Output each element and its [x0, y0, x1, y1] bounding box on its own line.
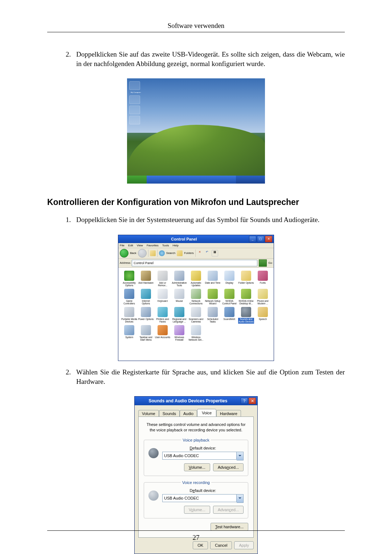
up-icon[interactable]: [150, 250, 156, 256]
cp-item[interactable]: Internet Options: [138, 289, 154, 305]
toolbar: Back Search Folders ✕ ↶ ▦: [118, 248, 274, 259]
test-hardware-button[interactable]: Test hardware...: [211, 523, 248, 531]
cp-item[interactable]: Printers and Faxes: [155, 307, 171, 324]
menu-help[interactable]: Help: [172, 244, 178, 247]
go-button[interactable]: [259, 259, 267, 267]
cp-item[interactable]: Automatic Updates: [188, 271, 204, 287]
cp-item-label: Add Hardware: [138, 282, 154, 287]
cancel-button[interactable]: Cancel: [210, 541, 232, 549]
voice-recording-group: Voice recording Default device: Volume..…: [144, 480, 248, 518]
cp-item-icon: [158, 289, 168, 299]
cp-item-label: Internet Options: [138, 300, 154, 305]
desktop-icon: [129, 106, 140, 114]
close-button[interactable]: ✕: [265, 236, 272, 242]
cp-item-icon: [241, 271, 251, 281]
cp-item[interactable]: NVIDIA nView Desktop M...: [238, 289, 254, 305]
cp-item[interactable]: Phone and Modem ...: [255, 289, 271, 305]
cp-item[interactable]: Game Controllers: [121, 289, 137, 305]
menu-tools[interactable]: Tools: [162, 244, 169, 247]
recording-default-label: Default device:: [162, 488, 244, 493]
menu-favorites[interactable]: Favorites: [147, 244, 159, 247]
folders-label[interactable]: Folders: [184, 251, 194, 255]
delete-icon[interactable]: ✕: [197, 250, 203, 256]
cp-item[interactable]: Taskbar and Start Menu: [138, 325, 154, 342]
tab-audio[interactable]: Audio: [180, 410, 197, 417]
ordered-list-b: Doppelklicken Sie in der Systemsteuerung…: [73, 215, 345, 225]
cp-item-icon: [141, 325, 151, 335]
tab-volume[interactable]: Volume: [138, 410, 159, 417]
system-tray: [236, 176, 265, 184]
cp-item[interactable]: Wireless Network Set...: [188, 325, 204, 342]
cp-item-icon: [241, 289, 251, 299]
cp-item-label: System: [121, 336, 137, 342]
step-b-2: Wählen Sie die Registerkarte für Sprache…: [73, 368, 345, 386]
views-icon[interactable]: ▦: [212, 250, 218, 257]
cp-item[interactable]: Add Hardware: [138, 271, 154, 287]
folders-icon[interactable]: [177, 250, 183, 256]
cp-item[interactable]: Regional and Language ...: [171, 307, 187, 324]
cp-item[interactable]: Display: [221, 271, 237, 287]
cp-item-icon: [124, 271, 134, 281]
cp-item[interactable]: Date and Time: [205, 271, 221, 287]
cp-item-icon: [191, 289, 201, 299]
desktop-icon: [129, 116, 140, 124]
tab-sounds[interactable]: Sounds: [159, 410, 180, 417]
cp-item-icon: [158, 271, 168, 281]
cp-item[interactable]: Windows Firewall: [171, 325, 187, 342]
cp-item[interactable]: Scanners and Cameras: [188, 307, 204, 324]
cp-item[interactable]: SoundMAX: [221, 307, 237, 324]
cp-item-icon: [158, 307, 168, 317]
cp-item[interactable]: System: [121, 325, 137, 342]
search-icon[interactable]: [159, 250, 165, 256]
cp-item[interactable]: Mouse: [171, 289, 187, 305]
cp-item-icon: [208, 289, 218, 299]
search-label[interactable]: Search: [166, 251, 175, 255]
dropdown-icon[interactable]: [237, 452, 244, 460]
cp-item[interactable]: Folder Options: [238, 271, 254, 287]
cp-item[interactable]: Portable Media Devices: [121, 307, 137, 324]
menu-view[interactable]: View: [137, 244, 143, 247]
cp-item[interactable]: Scheduled Tasks: [205, 307, 221, 324]
playback-volume-button[interactable]: Volume...: [184, 463, 210, 471]
forward-button[interactable]: [138, 249, 147, 258]
cp-item[interactable]: Network Connections: [188, 289, 204, 305]
help-button[interactable]: ?: [241, 398, 248, 404]
cp-item[interactable]: Speech: [255, 307, 271, 324]
cp-item-label: Network Setup Wizard: [205, 300, 221, 305]
undo-icon[interactable]: ↶: [204, 250, 210, 256]
tab-voice[interactable]: Voice: [197, 409, 216, 416]
address-input[interactable]: [132, 260, 257, 266]
cp-item[interactable]: NVIDIA Control Panel: [221, 289, 237, 305]
playback-advanced-button[interactable]: Advanced...: [213, 463, 244, 471]
minimize-button[interactable]: _: [249, 236, 256, 242]
cp-item-label: SoundMAX: [221, 318, 237, 324]
address-bar: Address Go: [118, 259, 274, 268]
cp-item-icon: [141, 289, 151, 299]
cp-item[interactable]: Sounds and Audio Devices: [238, 307, 254, 324]
cp-item-icon: [208, 271, 218, 281]
cp-item-icon: [191, 325, 201, 335]
cp-item[interactable]: Network Setup Wizard: [205, 289, 221, 305]
cp-item[interactable]: Accessibility Options: [121, 271, 137, 287]
cp-item-label: Game Controllers: [121, 300, 137, 305]
maximize-button[interactable]: ▢: [257, 236, 264, 242]
ok-button[interactable]: OK: [193, 541, 208, 549]
playback-device-select[interactable]: [162, 452, 237, 460]
cp-item[interactable]: Administrative Tools: [171, 271, 187, 287]
menu-edit[interactable]: Edit: [128, 244, 133, 247]
close-button[interactable]: ✕: [249, 398, 256, 404]
cp-item[interactable]: Keyboard: [155, 289, 171, 305]
cp-item-label: NVIDIA Control Panel: [221, 300, 237, 305]
tab-hardware[interactable]: Hardware: [216, 410, 241, 417]
step-b-1: Doppelklicken Sie in der Systemsteuerung…: [73, 215, 345, 225]
cp-item[interactable]: User Accounts: [155, 325, 171, 342]
dropdown-icon[interactable]: [237, 494, 244, 503]
back-button[interactable]: [120, 249, 128, 258]
cp-item[interactable]: Power Options: [138, 307, 154, 324]
voice-playback-legend: Voice playback: [181, 438, 211, 442]
recording-device-select[interactable]: [162, 494, 237, 502]
cp-item[interactable]: Fonts: [255, 271, 271, 287]
start-button[interactable]: [127, 176, 147, 184]
cp-item[interactable]: Add or Remov...: [155, 271, 171, 287]
menu-file[interactable]: File: [120, 244, 124, 247]
